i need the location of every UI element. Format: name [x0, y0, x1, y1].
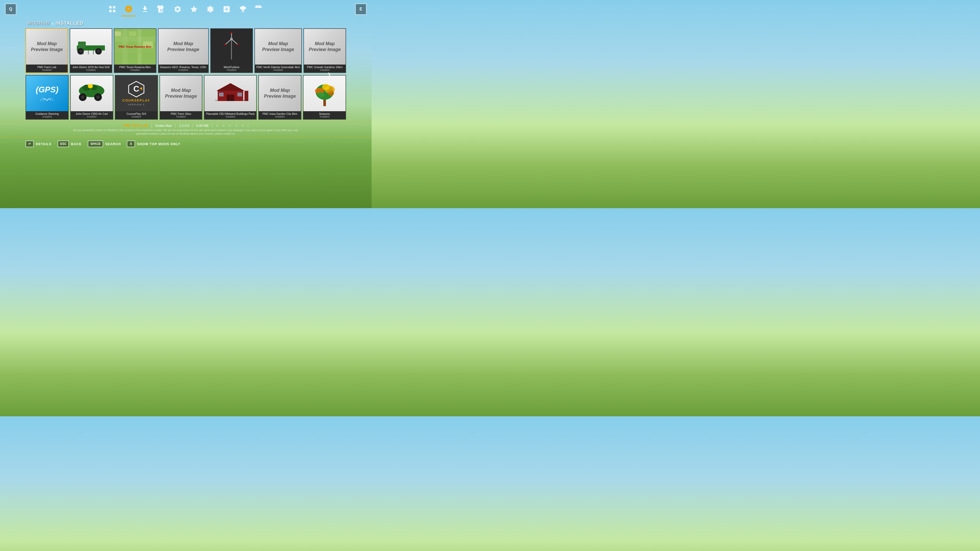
control-back[interactable]: ESC BACK — [58, 141, 82, 147]
next-page-arrow[interactable]: › — [328, 68, 331, 79]
mod-card-john-deere-1870[interactable]: John Deere 1870 Air Hoe Drill Installed — [70, 28, 112, 73]
info-divider-3: | — [192, 124, 193, 127]
mod-card-info-pmc-north-dakota: PMC North Dakota Greendale 4km Installed — [255, 65, 302, 73]
star-5: ★ — [241, 124, 245, 127]
mod-preview-farm-silos: Mod Map Preview Image — [160, 76, 202, 111]
svg-point-23 — [224, 44, 226, 45]
mod-card-pmc-north-dakota[interactable]: Mod Map Preview Image PMC North Dakota G… — [255, 28, 302, 73]
iowa-preview1: Mod Map — [270, 87, 290, 94]
mod-card-info-cbj-midwest: Placeable CBJ Midwest Buildings Pack Ins… — [204, 111, 256, 119]
nav-grid-btn[interactable] — [105, 2, 119, 16]
svg-line-20 — [225, 39, 231, 44]
mod-card-name-wind-turbine: WindTurbine — [212, 65, 251, 68]
nav-mods-active-btn[interactable] — [121, 2, 136, 16]
q-key-button[interactable]: Q — [5, 3, 16, 15]
mod-card-name-guidance-steering: Guidance Steering — [27, 112, 67, 115]
mod-card-info-pmc-iowa: PMC Iowa Garden City 8km Installed — [259, 111, 301, 119]
nav-settings2-btn[interactable] — [203, 2, 218, 16]
nav-add-btn[interactable] — [220, 2, 234, 16]
mod-card-status-seasons: Installed — [305, 115, 344, 118]
mod-card-seasons-geo[interactable]: Mod Map Preview Image Seasons GEO: Rowen… — [158, 28, 209, 73]
nav-manage-btn[interactable] — [252, 2, 266, 16]
courseplay-hex-svg: C — [127, 81, 145, 97]
mod-preview-iowa: Mod Map Preview Image — [259, 76, 301, 111]
mod-preview-pmc-farm-lab: Mod Map Preview Image — [26, 29, 68, 65]
svg-point-32 — [96, 95, 100, 99]
svg-rect-14 — [115, 32, 121, 36]
details-label: DETAILS — [36, 142, 52, 146]
nav-left: Q — [5, 3, 16, 15]
svg-text:C: C — [134, 84, 139, 94]
svg-point-4 — [79, 50, 82, 53]
mod-card-info-seasons-geo: Seasons GEO: Rowena, Texas, USA. Install… — [159, 65, 208, 73]
mod-card-info-guidance-steering: Guidance Steering Installed — [26, 111, 68, 119]
mod-card-status-seasons-geo: Installed — [160, 68, 207, 71]
mod-card-status-pmc-texas: Installed — [116, 68, 154, 71]
mod-card-image-seasons — [304, 76, 345, 111]
nav-trophy-btn[interactable] — [236, 2, 250, 16]
mod-card-seasons[interactable]: Seasons Installed — [303, 75, 346, 120]
mod-card-pmc-grande[interactable]: Mod Map Preview Image PMC Grande Gardens… — [304, 28, 346, 73]
svg-marker-43 — [245, 91, 248, 101]
search-label: SEARCH — [105, 142, 121, 146]
mod-card-info-john-deere-c850: John Deere C850 Air Cart Installed — [71, 111, 113, 119]
svg-rect-10 — [115, 37, 156, 41]
mod-grid-container: Mod Map Preview Image PMC Farm Lab Insta… — [25, 28, 346, 120]
nav-settings1-btn[interactable] — [170, 2, 185, 16]
mod-card-info-seasons: Seasons Installed — [304, 111, 345, 119]
mod-grid-row1: Mod Map Preview Image PMC Farm Lab Insta… — [25, 28, 346, 73]
gps-icon: (GPS) — [36, 85, 59, 94]
svg-point-5 — [97, 50, 100, 53]
mod-card-info-pmc-texas: PMC Texas Rowena 8km Installed — [115, 65, 156, 73]
nav-star-btn[interactable] — [187, 2, 201, 16]
mod-card-status-pmc-farm-silos: Installed — [162, 115, 200, 118]
mod-card-cbj-midwest[interactable]: Placeable CBJ Midwest Buildings Pack Ins… — [204, 75, 257, 120]
e-key-button[interactable]: E — [355, 3, 366, 15]
mod-card-pmc-farm-lab[interactable]: Mod Map Preview Image PMC Farm Lab Insta… — [25, 28, 68, 73]
mod-card-guidance-steering[interactable]: (GPS) Guidance Steering Installed — [25, 75, 68, 120]
preview-title-line1: Mod Map — [37, 41, 57, 47]
mod-card-status-courseplay: Installed — [117, 115, 156, 118]
nav-install-btn[interactable] — [154, 2, 169, 16]
svg-point-48 — [322, 84, 330, 90]
mod-card-image-john-deere-c850 — [71, 76, 113, 111]
top-mods-label: SHOW TOP MODS ONLY — [137, 142, 180, 146]
mod-card-info-pmc-grande: PMC Grande Gardens 16km Installed — [304, 65, 345, 73]
seasons-geo-preview1: Mod Map — [173, 41, 193, 47]
mod-card-pmc-farm-silos[interactable]: Mod Map Preview Image PMC Farm Silos Ins… — [159, 75, 203, 120]
mod-card-status-pmc-farm-lab: Installed — [27, 68, 66, 71]
svg-point-50 — [317, 92, 325, 97]
mod-card-john-deere-c850[interactable]: John Deere C850 Air Cart Installed — [70, 75, 113, 120]
mod-card-status-john-deere-c850: Installed — [72, 115, 111, 118]
mod-card-image-pmc-north-dakota: Mod Map Preview Image — [255, 29, 302, 65]
iowa-preview2: Preview Image — [264, 94, 296, 99]
nav-download-btn[interactable] — [138, 2, 152, 16]
svg-rect-42 — [237, 93, 242, 97]
mod-card-pmc-texas[interactable]: PMC Texas Rowena 8km PMC Texas Rowena 8k… — [114, 28, 156, 73]
svg-marker-35 — [140, 87, 142, 90]
control-top-mods[interactable]: X SHOW TOP MODS ONLY — [127, 141, 180, 147]
mod-card-name-pmc-texas: PMC Texas Rowena 8km — [116, 65, 154, 68]
mod-card-pmc-iowa[interactable]: Mod Map Preview Image PMC Iowa Garden Ci… — [258, 75, 301, 120]
mod-card-wind-turbine[interactable]: WindTurbine Installed — [210, 28, 253, 73]
mod-description: All user generated content on ModHub is … — [71, 129, 301, 136]
mod-card-name-john-deere-1870: John Deere 1870 Air Hoe Drill — [72, 65, 110, 68]
mod-card-image-pmc-iowa: Mod Map Preview Image — [259, 76, 301, 111]
control-details[interactable]: ↵ DETAILS — [25, 141, 52, 147]
mod-card-status-wind-turbine: Installed — [212, 68, 251, 71]
selected-mod-name: PMC Farm Lab — [123, 124, 148, 127]
breadcrumb-parent[interactable]: MODHUB — [27, 21, 50, 26]
silos-preview1: Mod Map — [171, 87, 191, 94]
mod-card-image-pmc-texas: PMC Texas Rowena 8km — [115, 29, 156, 65]
info-divider-1: | — [151, 124, 152, 127]
wind-turbine-svg — [219, 32, 244, 62]
seasons-geo-preview2: Preview Image — [167, 47, 199, 52]
star-2: ★ — [222, 124, 225, 127]
mod-card-image-courseplay: C COURSEPLAY VERSION 6 — [115, 76, 158, 111]
control-search[interactable]: SPACE SEARCH — [88, 141, 121, 147]
mod-card-courseplay[interactable]: C COURSEPLAY VERSION 6 CoursePlay SIX In… — [115, 75, 158, 120]
svg-rect-15 — [129, 32, 136, 36]
barn-svg — [213, 79, 248, 107]
mod-card-status-cbj-midwest: Installed — [206, 115, 255, 118]
mod-card-name-pmc-iowa: PMC Iowa Garden City 8km — [260, 112, 299, 115]
